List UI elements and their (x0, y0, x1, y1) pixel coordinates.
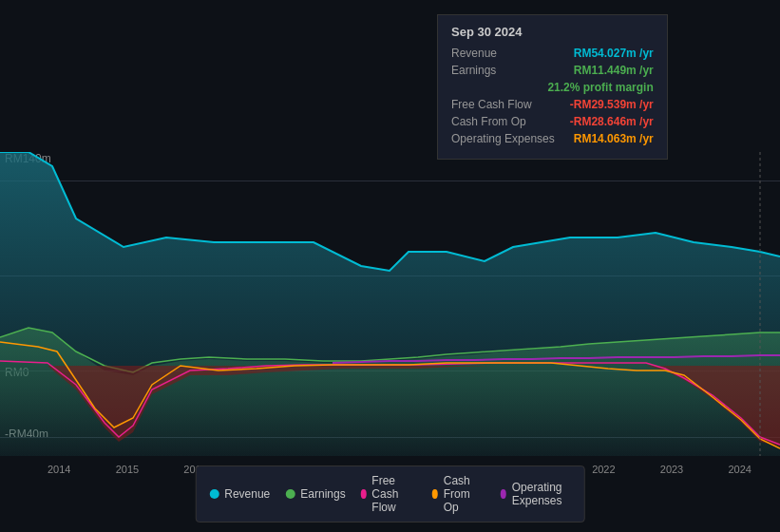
tooltip-label-revenue: Revenue (451, 47, 497, 60)
x-label-2015: 2015 (116, 464, 139, 475)
legend-dot-revenue (209, 489, 219, 499)
legend-dot-opex (501, 489, 506, 499)
legend-label-fcf: Free Cash Flow (371, 474, 417, 514)
x-label-2022: 2022 (592, 464, 615, 475)
chart-container: Sep 30 2024 Revenue RM54.027m /yr Earnin… (0, 0, 780, 532)
legend-item-fcf[interactable]: Free Cash Flow (361, 474, 417, 514)
tooltip-value-opex: RM14.063m /yr (574, 132, 654, 145)
tooltip-box: Sep 30 2024 Revenue RM54.027m /yr Earnin… (437, 14, 668, 160)
x-label-2023: 2023 (660, 464, 683, 475)
tooltip-label-opex: Operating Expenses (451, 132, 555, 145)
x-label-2014: 2014 (48, 464, 70, 475)
legend-item-earnings[interactable]: Earnings (285, 474, 345, 514)
chart-svg (0, 152, 780, 456)
tooltip-value-revenue: RM54.027m /yr (574, 47, 654, 60)
tooltip-label-earnings: Earnings (451, 64, 496, 77)
chart-legend: Revenue Earnings Free Cash Flow Cash Fro… (195, 466, 585, 522)
legend-dot-earnings (285, 489, 295, 499)
legend-label-cashfromop: Cash From Op (444, 474, 485, 514)
profit-margin-row: 21.2% profit margin (451, 81, 654, 94)
legend-dot-cashfromop (432, 489, 438, 499)
tooltip-row-opex: Operating Expenses RM14.063m /yr (451, 132, 654, 145)
tooltip-label-cashfromop: Cash From Op (451, 115, 526, 128)
legend-label-revenue: Revenue (224, 487, 270, 501)
legend-item-opex[interactable]: Operating Expenses (501, 474, 571, 514)
tooltip-row-fcf: Free Cash Flow -RM29.539m /yr (451, 98, 654, 111)
tooltip-row-cashfromop: Cash From Op -RM28.646m /yr (451, 115, 654, 128)
tooltip-row-revenue: Revenue RM54.027m /yr (451, 47, 654, 60)
legend-item-revenue[interactable]: Revenue (209, 474, 270, 514)
legend-dot-fcf (361, 489, 367, 499)
legend-label-opex: Operating Expenses (512, 481, 571, 507)
tooltip-label-fcf: Free Cash Flow (451, 98, 532, 111)
tooltip-value-fcf: -RM29.539m /yr (570, 98, 654, 111)
tooltip-row-earnings: Earnings RM11.449m /yr (451, 64, 654, 77)
legend-item-cashfromop[interactable]: Cash From Op (432, 474, 485, 514)
tooltip-value-earnings: RM11.449m /yr (574, 64, 654, 77)
x-label-2024: 2024 (728, 464, 751, 475)
tooltip-date: Sep 30 2024 (451, 25, 654, 39)
profit-margin-value: 21.2% profit margin (547, 81, 653, 94)
tooltip-value-cashfromop: -RM28.646m /yr (570, 115, 654, 128)
legend-label-earnings: Earnings (300, 487, 345, 501)
